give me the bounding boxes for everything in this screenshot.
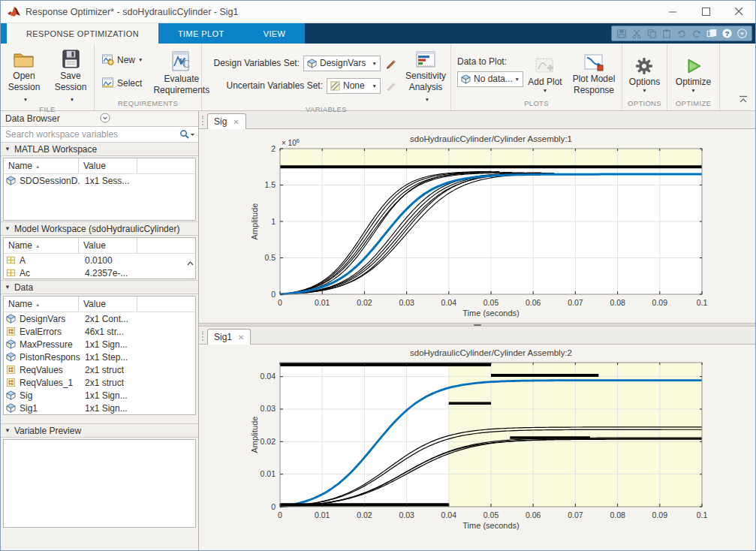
- column-header[interactable]: Name▲: [4, 238, 79, 253]
- table-row[interactable]: DesignVars2x1 Cont...: [4, 312, 195, 325]
- sig1-chart[interactable]: 00.010.020.030.040.050.060.070.080.090.1…: [199, 345, 754, 550]
- drag-grip-icon[interactable]: [202, 116, 203, 125]
- new-requirement-button[interactable]: New ▼: [99, 52, 146, 68]
- close-tab-icon[interactable]: ✕: [238, 333, 244, 342]
- column-header[interactable]: Value: [79, 238, 137, 253]
- cube-icon: [307, 59, 317, 68]
- scroll-up-icon[interactable]: [187, 257, 194, 268]
- help-icon[interactable]: ?: [719, 27, 734, 41]
- sensitivity-label1: Sensitivity: [405, 71, 446, 82]
- qab-menu-icon[interactable]: [734, 27, 749, 41]
- struct-icon: [6, 378, 17, 387]
- section-model-workspace[interactable]: ▼ Model Workspace (sdoHydraulicCylinder): [1, 221, 198, 236]
- sig-chart[interactable]: 00.010.020.030.040.050.060.070.080.090.1…: [199, 129, 754, 323]
- optimize-button[interactable]: Optimize ▼: [671, 50, 715, 94]
- svg-text:0.09: 0.09: [652, 510, 668, 519]
- section-data[interactable]: ▼ Data: [1, 280, 198, 294]
- struct-icon: [6, 365, 17, 375]
- cube-icon: [6, 176, 17, 185]
- sort-ascending-icon: ▲: [35, 164, 40, 169]
- table-row[interactable]: Sig11x1 Sign...: [4, 402, 195, 414]
- ribbon: Open Session ▼ Save Session ▼ FILE: [1, 44, 755, 111]
- save-session-icon: [61, 47, 81, 69]
- svg-text:0.07: 0.07: [568, 298, 583, 307]
- panel-menu-icon[interactable]: [100, 113, 194, 125]
- column-header[interactable]: Value: [79, 158, 137, 173]
- save-icon[interactable]: [614, 27, 629, 41]
- svg-text:1: 1: [271, 217, 276, 226]
- window-layout-icon[interactable]: [704, 27, 719, 41]
- plot-model-response-button[interactable]: Plot Model Response: [567, 47, 621, 96]
- sensitivity-analysis-button[interactable]: Sensitivity Analysis ▼: [401, 44, 450, 105]
- select-requirement-label: Select: [117, 78, 142, 89]
- variable-preview-title: Variable Preview: [14, 426, 81, 436]
- svg-text:sdoHydraulicCylinder/Cylinder: sdoHydraulicCylinder/Cylinder Assembly:1: [410, 134, 572, 143]
- minimize-button[interactable]: [656, 1, 689, 23]
- options-button[interactable]: Options ▼: [625, 50, 664, 94]
- optimize-label: Optimize: [676, 77, 711, 88]
- cut-icon[interactable]: [629, 27, 644, 41]
- copy-icon[interactable]: [644, 27, 659, 41]
- table-row[interactable]: PistonResponse1x1 Step...: [4, 351, 195, 363]
- search-icon[interactable]: [179, 129, 195, 140]
- drag-grip-icon[interactable]: [202, 331, 203, 341]
- table-row[interactable]: ReqValues_12x1 struct: [4, 376, 195, 389]
- tab-view[interactable]: VIEW: [244, 23, 306, 44]
- tab-sig1[interactable]: Sig1 ✕: [207, 329, 251, 345]
- uncertain-variables-dropdown[interactable]: None ▼: [327, 78, 381, 94]
- table-header: Name▲Value: [4, 158, 195, 174]
- section-matlab-workspace[interactable]: ▼ MATLAB Workspace: [1, 142, 198, 156]
- select-requirement-button[interactable]: Select: [99, 75, 146, 92]
- column-header[interactable]: Name▲: [4, 158, 79, 173]
- quick-access-toolbar: ?: [611, 26, 752, 41]
- close-button[interactable]: [722, 1, 755, 23]
- open-session-button[interactable]: Open Session ▼: [1, 44, 47, 105]
- gear-icon: [635, 53, 653, 75]
- cube-icon: [6, 403, 17, 413]
- redo-icon[interactable]: [689, 27, 704, 41]
- tab-response-optimization[interactable]: RESPONSE OPTIMIZATION: [7, 23, 158, 44]
- svg-text:0.07: 0.07: [568, 510, 583, 519]
- collapse-triangle-icon: ▼: [5, 146, 11, 152]
- variable-value: 0.0100: [80, 255, 113, 266]
- sort-ascending-icon: ▲: [35, 243, 40, 248]
- column-header[interactable]: Value: [79, 297, 137, 312]
- svg-text:Time (seconds): Time (seconds): [462, 521, 519, 530]
- close-tab-icon[interactable]: ✕: [233, 118, 239, 126]
- data-to-plot-dropdown[interactable]: No data... ▼: [457, 71, 523, 87]
- design-variables-dropdown[interactable]: DesignVars ▼: [303, 56, 381, 71]
- table-row[interactable]: SDOSessionD...1x1 Sess...: [4, 174, 195, 187]
- svg-text:0.08: 0.08: [610, 510, 625, 519]
- column-header[interactable]: Name▲: [4, 297, 79, 312]
- data-to-plot-value: No data...: [474, 74, 513, 84]
- scroll-down-icon[interactable]: [187, 274, 194, 279]
- edit-design-variables-icon[interactable]: [385, 58, 396, 69]
- uncertain-variables-label: Uncertain Variables Set:: [226, 80, 323, 91]
- svg-text:C: C: [182, 59, 190, 70]
- table-row[interactable]: ReqValues2x1 struct: [4, 363, 195, 376]
- open-session-label: Open: [13, 71, 35, 82]
- table-row[interactable]: A0.0100: [4, 254, 195, 266]
- paste-icon[interactable]: [659, 27, 674, 41]
- variable-value: 1x1 Sign...: [80, 390, 128, 401]
- maximize-button[interactable]: [689, 1, 722, 23]
- table-row[interactable]: Sig1x1 Sign...: [4, 389, 195, 402]
- search-input[interactable]: [4, 128, 179, 140]
- save-session-button[interactable]: Save Session ▼: [47, 44, 94, 105]
- table-row[interactable]: EvalErrors46x1 str...: [4, 325, 195, 338]
- window-title: Response Optimizer* - sdoHydraulicCylind…: [26, 7, 656, 17]
- save-session-label2: Session ▼: [52, 82, 89, 105]
- svg-text:0.04: 0.04: [441, 298, 457, 307]
- table-row[interactable]: Ac4.2357e-...: [4, 266, 195, 279]
- add-plot-button[interactable]: Add Plot ▼: [523, 50, 567, 94]
- table-row[interactable]: MaxPressure1x1 Sign...: [4, 338, 195, 351]
- plot-model-response-label1: Plot Model: [573, 74, 616, 85]
- minimize-ribbon-icon[interactable]: [738, 93, 748, 107]
- svg-text:Amplitude: Amplitude: [250, 417, 259, 453]
- undo-icon[interactable]: [674, 27, 689, 41]
- edit-uncertain-variables-icon[interactable]: [385, 80, 396, 92]
- svg-text:0.03: 0.03: [261, 404, 276, 413]
- cube-icon: [461, 74, 471, 84]
- section-variable-preview[interactable]: ▼ Variable Preview: [1, 423, 198, 438]
- tab-time-plot[interactable]: TIME PLOT: [158, 23, 244, 44]
